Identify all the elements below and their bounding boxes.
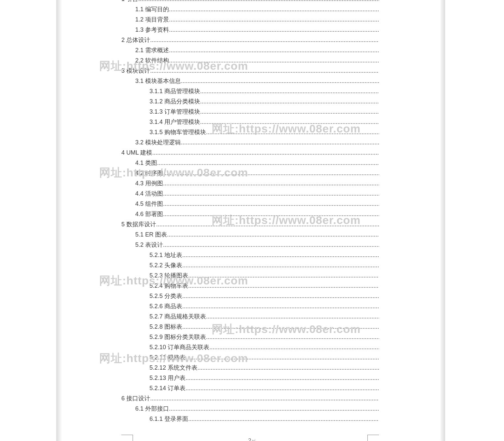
toc-leader-dots: ........................................… [167,231,379,238]
toc-entry[interactable]: 5.2.5 分类表...............................… [149,291,379,301]
toc-entry-label: 5.2.3 轮播图表 [149,272,188,279]
toc-entry-label: 5.2.5 分类表 [149,293,182,299]
page-shadow-left [56,0,62,441]
toc-leader-dots: ........................................… [163,190,379,197]
toc-entry[interactable]: 5.2.12 系统文件表............................… [149,363,379,373]
toc-leader-dots: ........................................… [152,149,379,156]
toc-entry[interactable]: 5.2.10 订单商品关联表..........................… [149,342,379,352]
toc-entry-label: 2 总体设计 [121,37,150,43]
toc-entry[interactable]: 4.6 部署图.................................… [135,209,379,219]
toc-entry[interactable]: 5.2.11 规格表..............................… [149,352,379,363]
toc-entry-label: 3.2 模块处理逻辑 [135,139,181,146]
toc-entry-label: 2.2 软件结构 [135,57,169,64]
toc-entry-label: 3 模块设计 [121,67,150,74]
toc-leader-dots: ........................................… [209,344,379,350]
toc-entry-label: 5.2.7 商品规格关联表 [149,313,206,320]
toc-entry-label: 5.2 表设计 [135,241,163,248]
toc-entry[interactable]: 6.1 外部接口................................… [135,404,379,414]
page: 1 引言....................................… [63,0,441,441]
toc-entry-label: 5.2.8 图标表 [149,323,182,330]
toc-entry[interactable]: 1.2 项目背景................................… [135,15,379,25]
toc-entry[interactable]: 5.2.14 订单表..............................… [149,383,379,393]
toc-leader-dots: ........................................… [169,57,379,64]
toc-entry[interactable]: 5.2 表设计.................................… [135,240,379,250]
toc-entry-label: 4.5 组件图 [135,201,163,207]
toc-entry[interactable]: 5 数据库设计.................................… [121,219,379,230]
toc-entry-label: 3.1.4 用户管理模块 [149,119,200,125]
toc-entry[interactable]: 5.2.9 图标分类关联表...........................… [149,332,379,342]
toc-leader-dots: ........................................… [169,26,379,33]
paragraph-mark-icon: ↵ [252,437,256,441]
table-of-contents: 1 引言....................................… [63,0,441,434]
toc-entry[interactable]: 3.1 模块基本信息..............................… [135,76,379,86]
toc-entry[interactable]: 5.2.3 轮播图表..............................… [149,271,379,281]
toc-entry-label: 4.1 类图 [135,160,157,166]
toc-entry[interactable]: 5.2.7 商品规格关联表...........................… [149,312,379,322]
toc-leader-dots: ........................................… [163,180,379,187]
toc-entry[interactable]: 3.2 模块处理逻辑..............................… [135,137,379,148]
toc-entry-label: 3.1 模块基本信息 [135,78,181,84]
toc-entry[interactable]: 1 引言....................................… [121,0,379,4]
toc-leader-dots: ........................................… [200,98,379,105]
toc-leader-dots: ........................................… [138,0,379,2]
toc-leader-dots: ........................................… [181,139,379,146]
toc-entry-label: 6 接口设计 [121,395,150,402]
toc-entry[interactable]: 6 接口设计..................................… [121,393,379,404]
toc-entry[interactable]: 5.2.1 地址表...............................… [149,250,379,260]
toc-entry-label: 3.1.3 订单管理模块 [149,108,200,115]
toc-entry-label: 4.4 活动图 [135,190,163,197]
toc-entry[interactable]: 4.5 组件图.................................… [135,199,379,209]
left-margin [0,0,56,441]
toc-entry[interactable]: 2.1 需求概述................................… [135,45,379,55]
toc-leader-dots: ........................................… [150,67,379,74]
toc-entry[interactable]: 2.2 软件结构................................… [135,55,379,66]
toc-entry[interactable]: 4 UML 建模................................… [121,148,379,158]
toc-entry[interactable]: 3.1.3 订单管理模块............................… [149,107,379,117]
toc-entry[interactable]: 5.2.8 图标表...............................… [149,322,379,332]
toc-entry[interactable]: 4.2 时序图.................................… [135,168,379,178]
page-number-value: 2 [248,437,251,441]
toc-entry-label: 5.2.6 商品表 [149,303,182,310]
toc-leader-dots: ........................................… [182,262,379,269]
toc-entry[interactable]: 2 总体设计..................................… [121,35,379,45]
toc-leader-dots: ........................................… [206,129,379,135]
toc-entry[interactable]: 1.3 参考资料................................… [135,25,379,35]
toc-entry-label: 3.1.2 商品分类模块 [149,98,200,105]
toc-leader-dots: ........................................… [188,272,379,279]
toc-entry-label: 4.3 用例图 [135,180,163,187]
toc-entry[interactable]: 4.1 类图..................................… [135,158,379,168]
toc-entry-label: 5.2.11 规格表 [149,354,186,361]
toc-entry[interactable]: 5.2.6 商品表...............................… [149,301,379,312]
toc-entry[interactable]: 3 模块设计..................................… [121,66,379,76]
toc-leader-dots: ........................................… [150,395,379,402]
toc-entry[interactable]: 4.3 用例图.................................… [135,178,379,189]
toc-entry[interactable]: 3.1.2 商品分类模块............................… [149,96,379,107]
toc-leader-dots: ........................................… [200,108,379,115]
toc-entry[interactable]: 5.2.13 用户表..............................… [149,373,379,383]
toc-leader-dots: ........................................… [169,47,379,54]
toc-entry-label: 5 数据库设计 [121,221,156,228]
toc-leader-dots: ........................................… [163,241,379,248]
toc-entry-label: 5.2.9 图标分类关联表 [149,334,206,340]
toc-leader-dots: ........................................… [169,16,379,23]
toc-entry[interactable]: 3.1.4 用户管理模块............................… [149,117,379,127]
toc-entry[interactable]: 3.1.5 购物车管理模块...........................… [149,127,379,137]
toc-leader-dots: ........................................… [163,201,379,207]
toc-entry[interactable]: 4.4 活动图.................................… [135,189,379,199]
toc-entry-label: 4.6 部署图 [135,211,163,217]
toc-leader-dots: ........................................… [157,160,379,166]
toc-leader-dots: ........................................… [188,416,379,422]
toc-leader-dots: ........................................… [169,405,379,412]
toc-leader-dots: ........................................… [163,211,379,217]
toc-entry[interactable]: 5.2.2 头像表...............................… [149,260,379,271]
toc-entry-label: 5.2.1 地址表 [149,252,182,258]
toc-entry[interactable]: 3.1.1 商品管理模块............................… [149,86,379,96]
toc-entry-label: 1.1 编写目的 [135,6,169,13]
toc-entry-label: 4 UML 建模 [121,149,152,156]
toc-leader-dots: ........................................… [206,313,379,320]
toc-entry[interactable]: 6.1.1 登录界面..............................… [149,414,379,424]
toc-entry[interactable]: 5.2.4 购物车表..............................… [149,281,379,291]
toc-entry[interactable]: 1.1 编写目的................................… [135,4,379,15]
toc-entry[interactable]: 5.1 ER 图表...............................… [135,230,379,240]
toc-entry-label: 3.1.5 购物车管理模块 [149,129,206,135]
